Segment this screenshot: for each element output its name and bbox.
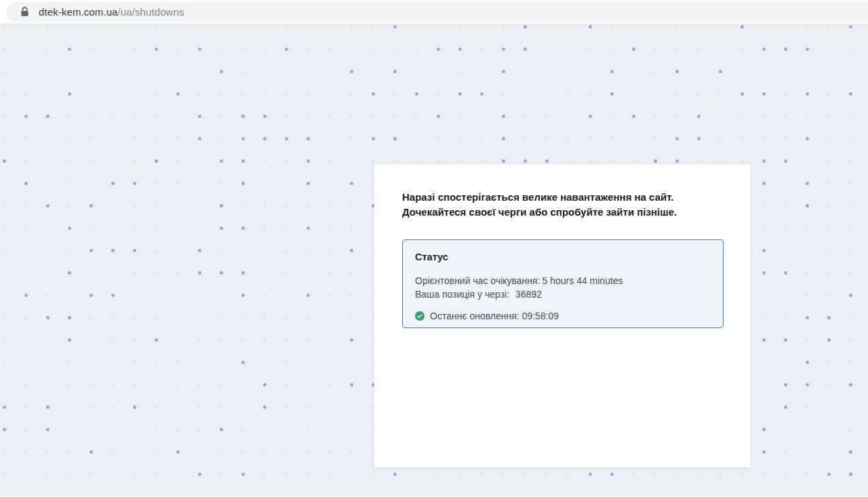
wait-time-value: 5 hours 44 minutes <box>542 275 623 286</box>
overload-message: Наразі спостерігається велике навантажен… <box>402 190 724 220</box>
check-circle-icon <box>415 311 425 321</box>
wait-time-label: Орієнтовний час очікування: <box>415 275 540 286</box>
address-bar[interactable]: dtek-kem.com.ua/ua/shutdowns <box>6 2 868 22</box>
queue-position-row: Ваша позиція у черзі:36892 <box>415 287 711 301</box>
lock-icon[interactable] <box>20 7 29 17</box>
url-domain: dtek-kem.com.ua <box>39 6 118 18</box>
last-updated-label: Останнє оновлення: <box>430 311 519 321</box>
overload-message-line1: Наразі спостерігається велике навантажен… <box>402 190 724 205</box>
queue-card: Наразі спостерігається велике навантажен… <box>374 164 751 467</box>
overload-message-line2: Дочекайтеся своєї черги або спробуйте за… <box>402 205 724 220</box>
last-updated-row: Останнє оновлення: 09:58:09 <box>415 311 711 321</box>
status-title: Статус <box>415 252 711 262</box>
browser-toolbar: dtek-kem.com.ua/ua/shutdowns <box>0 0 868 24</box>
wait-time-row: Орієнтовний час очікування:5 hours 44 mi… <box>415 274 711 287</box>
queue-page: Наразі спостерігається велике навантажен… <box>0 24 868 496</box>
queue-position-label: Ваша позиція у черзі: <box>415 289 509 300</box>
queue-position-value: 36892 <box>515 289 542 300</box>
last-updated-value: 09:58:09 <box>522 311 559 321</box>
status-panel: Статус Орієнтовний час очікування:5 hour… <box>402 239 724 328</box>
last-updated-text: Останнє оновлення: 09:58:09 <box>430 311 559 321</box>
url-text[interactable]: dtek-kem.com.ua/ua/shutdowns <box>39 6 184 18</box>
url-path: /ua/shutdowns <box>118 6 184 18</box>
